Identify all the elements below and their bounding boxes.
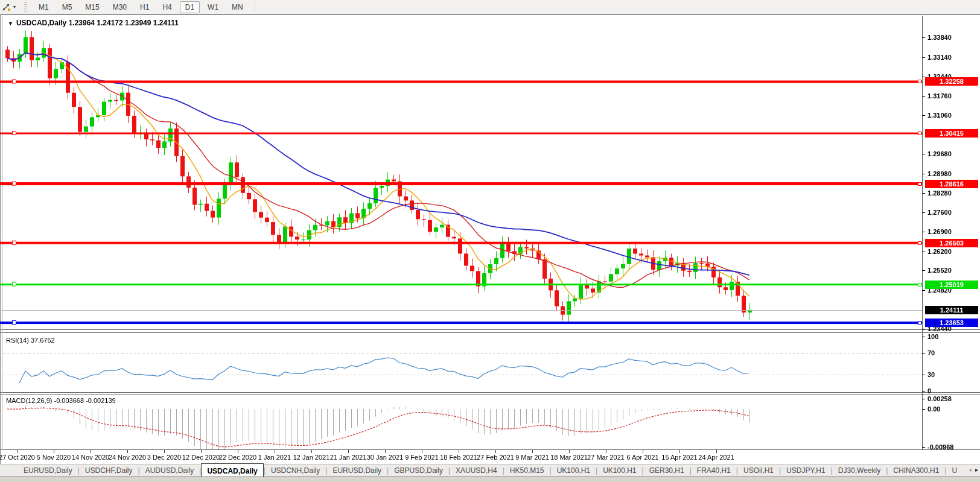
chart-tab-usoil-h1[interactable]: USOil,H1 [738,465,779,477]
price-axis-tick-label: 1.25520 [928,267,952,274]
timeframe-button-d1[interactable]: D1 [180,1,200,13]
chart-tab-eurusd-daily[interactable]: EURUSD,Daily [327,465,387,477]
main-chart-canvas[interactable] [0,14,980,464]
tool-dropdown-caret-icon[interactable]: ▾ [13,4,16,10]
hline-axis-handle[interactable] [918,241,921,245]
macd-axis-tick-label: 0.00258 [928,395,952,402]
chart-tab-usdcnh-daily[interactable]: USDCNH,Daily [266,465,325,477]
chart-tab-xauusd-h4[interactable]: XAUUSD,H4 [450,465,503,477]
chart-tab-hk50-m15[interactable]: HK50,M15 [504,465,550,477]
macd-axis-tick-label: -0.00968 [928,443,953,451]
macd-axis-tick-label: 0.00 [928,405,940,413]
hline-axis-handle[interactable] [918,321,921,325]
rsi-axis-tick-label: 100 [928,333,938,340]
price-axis-tick-label: 1.28980 [928,170,952,177]
price-axis-tick-label: 1.33140 [928,54,952,61]
hline-price-label[interactable]: 1.30415 [925,129,978,138]
chart-tab-ger30-h1[interactable]: GER30,H1 [644,465,690,477]
timeframe-button-m15[interactable]: M15 [80,1,104,13]
tab-scroll-right-icon[interactable]: ▸ [975,466,978,473]
tab-scroll-left-icon[interactable]: ◂ [969,466,972,473]
chart-tab-usdjpy-h1[interactable]: USDJPY,H1 [781,465,830,477]
price-axis-tick-label: 1.33840 [928,34,952,41]
hline-axis-handle[interactable] [918,182,921,186]
rsi-indicator-label: RSI(14) 37.6752 [6,337,55,344]
top-toolbar: ▾ M1M5M15M30H1H4D1W1MN [0,0,980,14]
hline-price-label[interactable]: 1.26503 [925,239,978,247]
chart-title-symbol: USDCAD,Daily [16,19,66,27]
hline-axis-handle[interactable] [918,80,921,83]
toolbar-separator [255,2,255,12]
date-axis-label: 24 Apr 2021 [687,454,745,461]
collapse-arrow-icon[interactable]: ▼ [8,21,13,27]
rsi-axis-tick-label: 30 [928,371,935,378]
status-strip [0,477,980,482]
chart-title-ohlc: 1.23964 1.24172 1.23949 1.24111 [69,19,179,27]
chart-tab-usdchf-daily[interactable]: USDCHF,Daily [80,465,138,477]
chart-tab-uk100-h1[interactable]: UK100,H1 [597,465,641,477]
toolbar-grip [24,2,27,12]
chart-tab-audusd-daily[interactable]: AUDUSD,Daily [140,465,200,477]
price-axis-tick-label: 1.31760 [928,92,952,100]
chart-title: ▼USDCAD,Daily 1.23964 1.24172 1.23949 1.… [8,19,179,27]
hline-axis-handle[interactable] [918,283,921,287]
price-axis-tick-label: 1.27600 [928,209,952,216]
timeframe-button-m5[interactable]: M5 [57,1,78,13]
price-axis-tick-label: 1.29680 [928,150,952,157]
price-axis-tick-label: 1.26200 [928,248,952,255]
chart-tab-eurusd-daily[interactable]: EURUSD,Daily [18,465,78,477]
hline-price-label[interactable]: 1.28616 [925,180,978,188]
chart-tab-fra40-h1[interactable]: FRA40,H1 [692,465,736,477]
hline-price-label[interactable]: 1.25019 [925,281,978,289]
rsi-axis-tick-label: 0 [928,387,931,395]
current-price-label: 1.24111 [925,306,978,314]
rsi-axis-tick-label: 70 [928,349,935,357]
chart-tab-dj30-weekly[interactable]: DJ30,Weekly [833,465,886,477]
price-axis-tick-label: 1.26900 [928,228,952,235]
timeframe-button-m1[interactable]: M1 [33,1,54,13]
timeframe-bar: M1M5M15M30H1H4D1W1MN [32,1,250,13]
chart-tab-china300-h1[interactable]: CHINA300,H1 [888,465,944,477]
timeframe-button-mn[interactable]: MN [226,1,249,13]
chart-tab-bar: EURUSD,Daily|USDCHF,Daily|AUDUSD,Daily|U… [0,464,980,477]
timeframe-button-m30[interactable]: M30 [107,1,132,13]
timeframe-button-w1[interactable]: W1 [202,1,224,13]
hline-axis-handle[interactable] [918,132,921,135]
price-axis-tick-label: 1.28280 [928,189,952,197]
timeframe-button-h1[interactable]: H1 [135,1,154,13]
chart-cursor-tool-icon[interactable] [1,2,12,12]
chart-window: ▼USDCAD,Daily 1.23964 1.24172 1.23949 1.… [0,14,980,464]
chart-tab-u[interactable]: U [946,465,962,477]
tab-scroll-controls: ◂▸ [969,466,978,473]
hline-price-label[interactable]: 1.32258 [925,77,978,86]
chart-tab-gbpusd-daily[interactable]: GBPUSD,Daily [389,465,448,477]
timeframe-button-h4[interactable]: H4 [157,1,177,13]
macd-indicator-label: MACD(12,26,9) -0.003668 -0.002139 [6,397,116,404]
chart-tab-usdcad-daily[interactable]: USDCAD,Daily [201,463,263,477]
price-axis-tick-label: 1.31060 [928,112,952,119]
chart-tab-uk100-h1[interactable]: UK100,H1 [552,465,596,477]
hline-price-label[interactable]: 1.23653 [925,319,978,327]
